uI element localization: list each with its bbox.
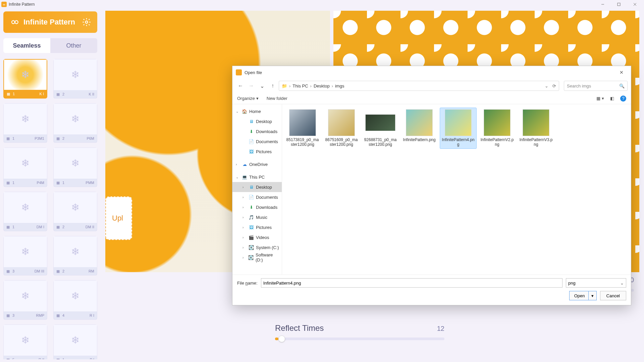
window-title: Infinite Pattern (9, 2, 35, 7)
tree-onedrive[interactable]: ›☁OneDrive (232, 159, 282, 169)
window-maximize-button[interactable] (611, 0, 627, 8)
tree-downloads[interactable]: ⬇Downloads (232, 126, 282, 136)
pattern-tile[interactable]: ❄ ▦4R I (53, 280, 97, 320)
pattern-tile[interactable]: ❄ ▦3DM III (3, 236, 47, 276)
tree-pc-pictures[interactable]: ›🖼Pictures (232, 222, 282, 232)
file-item[interactable]: 92688731_p0_master1200.png (362, 108, 399, 149)
open-split-icon[interactable]: ▾ (588, 291, 596, 300)
tree-desktop[interactable]: 🖥Desktop (232, 116, 282, 126)
svg-point-4 (86, 21, 88, 23)
file-name-label: File name: (237, 281, 258, 286)
upload-button[interactable]: Upl (105, 196, 132, 240)
nav-up-button[interactable]: ↑ (268, 81, 277, 90)
file-thumb (406, 109, 433, 136)
window-minimize-button[interactable] (595, 0, 610, 8)
file-thumb (445, 109, 472, 136)
breadcrumb-dropdown-icon[interactable]: ⌄ (545, 83, 548, 88)
file-item[interactable]: 85173819_p0_master1200.png (284, 108, 321, 149)
breadcrumb-bar[interactable]: 📁 › This PC › Desktop › imgs ⌄ ⟳ (279, 81, 559, 91)
cancel-button[interactable]: Cancel (600, 291, 626, 300)
pattern-tile[interactable]: ❄ ▦1PMM (53, 147, 97, 187)
tree-documents[interactable]: 📄Documents (232, 136, 282, 146)
tile-thumb: ❄ (4, 236, 47, 267)
breadcrumb-0[interactable]: This PC (292, 83, 308, 88)
chevron-down-icon: ▾ (256, 96, 259, 101)
organize-menu[interactable]: Organize ▾ (237, 96, 259, 101)
file-type-filter[interactable]: png⌄ (566, 278, 626, 288)
pattern-tile[interactable]: ❄ ▦2RM (53, 236, 97, 276)
tile-thumb: ❄ (54, 59, 97, 90)
dialog-title: Open file (245, 70, 262, 75)
brand-banner[interactable]: Infinite Pattern (3, 11, 97, 33)
tile-count: 2 (62, 136, 64, 140)
tree-home[interactable]: ⌄🏠Home (232, 106, 282, 116)
file-item[interactable]: InfinitePatternV2.png (479, 108, 516, 149)
pattern-tile[interactable]: ❄ ▦1P I (53, 324, 97, 359)
tile-code: R II (39, 358, 44, 359)
reflect-label: Reflect Times (275, 323, 324, 333)
file-item[interactable]: 86751609_p0_master1200.png (323, 108, 360, 149)
file-item[interactable]: InfinitePattern4.png (440, 108, 477, 149)
tree-pc-software[interactable]: ›💽Software (D:) (232, 252, 282, 262)
gear-icon[interactable] (82, 17, 91, 27)
pattern-tile[interactable]: ❄ ▦1K I (3, 59, 47, 99)
tile-type-icon: ▦ (56, 358, 60, 359)
pattern-tile[interactable]: ❄ ▦2K II (53, 59, 97, 99)
open-button[interactable]: Open▾ (569, 291, 597, 300)
tree-thispc[interactable]: ⌄💻This PC (232, 172, 282, 182)
reflect-slider[interactable] (275, 338, 444, 340)
tile-code: P I (90, 358, 94, 359)
tree-pc-documents[interactable]: ›📄Documents (232, 192, 282, 202)
tree-pictures[interactable]: 🖼Pictures (232, 146, 282, 157)
nav-recent-button[interactable]: ⌄ (257, 81, 267, 90)
file-name: InfinitePatternV3.png (519, 137, 553, 147)
tile-type-icon: ▦ (6, 358, 10, 359)
dialog-close-button[interactable]: ✕ (615, 70, 628, 75)
open-file-dialog: Open file ✕ ← → ⌄ ↑ 📁 › This PC › Deskto… (232, 66, 631, 305)
tree-pc-music[interactable]: ›🎵Music (232, 212, 282, 222)
tile-thumb: ❄ (54, 192, 97, 223)
tile-code: DM I (37, 225, 44, 229)
file-list: 85173819_p0_master1200.png86751609_p0_ma… (282, 104, 631, 275)
tab-other[interactable]: Other (50, 38, 97, 53)
pattern-tile[interactable]: ❄ ▦3RMP (3, 280, 47, 320)
mode-tabs: Seamless Other (3, 38, 97, 53)
new-folder-button[interactable]: New folder (267, 96, 287, 101)
canvas-area: Upl Repet4 Rotation0 Reflect Times12 Tex… (101, 9, 644, 362)
pattern-tile[interactable]: ❄ ▦1P3M1 (3, 103, 47, 143)
search-icon: 🔍 (619, 83, 625, 88)
tree-pc-videos[interactable]: ›🎬Videos (232, 232, 282, 242)
file-item[interactable]: InfinitePatternV3.png (518, 108, 554, 149)
tree-pc-downloads[interactable]: ›⬇Downloads (232, 202, 282, 212)
pattern-tile[interactable]: ❄ ▦5R II (3, 324, 47, 359)
pattern-tile[interactable]: ❄ ▦2DM II (53, 192, 97, 231)
pattern-tile[interactable]: ❄ ▦1DM I (3, 192, 47, 231)
tile-code: P4M (37, 181, 44, 185)
tile-code: P3M1 (35, 136, 44, 140)
breadcrumb-2[interactable]: imgs (335, 83, 344, 88)
tile-type-icon: ▦ (56, 181, 60, 185)
view-mode-button[interactable]: ▦ ▾ (596, 96, 604, 101)
search-placeholder: Search imgs (567, 83, 591, 88)
search-input[interactable]: Search imgs 🔍 (564, 81, 628, 91)
pattern-tile[interactable]: ❄ ▦1P4M (3, 147, 47, 187)
pattern-tile[interactable]: ❄ ▦2P6M (53, 103, 97, 143)
pattern-grid: ❄ ▦1K I❄ ▦2K II❄ ▦1P3M1❄ ▦2P6M❄ ▦1P4M❄ ▦… (3, 59, 97, 359)
tree-pc-desktop[interactable]: ›🖥Desktop (232, 182, 282, 192)
window-close-button[interactable] (627, 0, 643, 8)
tab-seamless[interactable]: Seamless (3, 38, 50, 53)
tile-count: 2 (62, 92, 64, 96)
help-button[interactable]: ? (620, 96, 626, 102)
file-item[interactable]: InfinitePattern.png (401, 108, 438, 149)
file-name-input[interactable] (261, 278, 562, 288)
nav-forward-button[interactable]: → (247, 81, 256, 90)
file-thumb (523, 109, 549, 136)
nav-back-button[interactable]: ← (236, 81, 245, 90)
preview-pane-button[interactable]: ◧ (610, 96, 614, 101)
tree-pc-system[interactable]: ›💽System (C:) (232, 242, 282, 252)
tile-thumb: ❄ (4, 281, 47, 311)
breadcrumb-1[interactable]: Desktop (314, 83, 330, 88)
tile-code: K I (40, 92, 44, 96)
refresh-icon[interactable]: ⟳ (552, 83, 556, 88)
file-name: InfinitePattern4.png (441, 137, 475, 147)
